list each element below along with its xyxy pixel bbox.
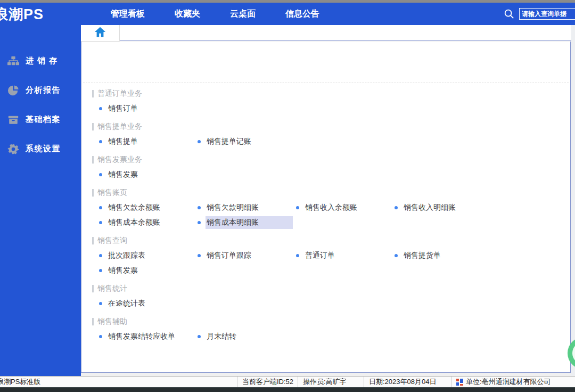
menu-item-label: 批次跟踪表 xyxy=(107,249,146,262)
menu-row: 销售成本余额账销售成本明细账 xyxy=(83,215,569,230)
menu-item[interactable]: 销售发票 xyxy=(99,264,198,277)
tab-home[interactable] xyxy=(81,25,120,42)
bullet-icon xyxy=(198,221,201,224)
menu-section-title: 销售账页 xyxy=(97,188,127,198)
bullet-icon xyxy=(296,206,299,209)
menu-item-label: 销售提单 xyxy=(107,135,139,148)
menu: 普通订单业务销售订单销售提单业务销售提单销售提单记账销售发票业务销售发票销售账页… xyxy=(83,83,569,344)
menu-section-header: 普通订单业务 xyxy=(83,86,569,101)
menu-item-label: 销售提单记账 xyxy=(206,135,252,148)
menu-section-title: 销售统计 xyxy=(97,284,127,293)
archive-icon xyxy=(6,113,20,126)
bullet-icon xyxy=(99,107,102,110)
company-icon xyxy=(456,379,463,386)
bullet-icon xyxy=(99,173,102,176)
app-logo: 浪潮PS xyxy=(0,5,44,24)
search-area xyxy=(503,3,575,25)
menu-row: 销售欠款余额账销售欠款明细账销售收入余额账销售收入明细账 xyxy=(83,200,569,215)
home-icon xyxy=(94,26,106,40)
menu-row: 销售提单销售提单记账 xyxy=(83,134,569,149)
bullet-icon xyxy=(99,221,102,224)
sidebar-item-label: 系统设置 xyxy=(26,144,61,154)
menu-row: 销售发票 xyxy=(83,263,569,278)
menu-item[interactable]: 在途统计表 xyxy=(99,297,198,310)
menu-item-label: 销售收入明细账 xyxy=(402,201,457,214)
section-bar-icon xyxy=(92,237,94,244)
right-gutter xyxy=(571,25,575,376)
section-bar-icon xyxy=(92,156,94,164)
menu-item[interactable]: 销售成本余额账 xyxy=(99,216,198,229)
menu-item[interactable]: 销售订单 xyxy=(99,102,198,115)
menu-row: 销售发票结转应收单月末结转 xyxy=(83,329,569,344)
status-company: 单位:亳州通润建材有限公司 xyxy=(451,377,575,387)
sitemap-icon xyxy=(6,55,20,68)
bullet-icon xyxy=(198,335,201,338)
menu-row: 在途统计表 xyxy=(83,296,569,311)
sidebar-item[interactable]: 进 销 存 xyxy=(0,46,81,76)
menu-item[interactable]: 销售提单记账 xyxy=(198,135,296,148)
bullet-icon xyxy=(99,335,102,338)
bullet-icon xyxy=(99,254,102,257)
menu-item[interactable]: 销售欠款余额账 xyxy=(99,201,198,214)
sidebar-menu: 进 销 存分析报告基础档案系统设置 xyxy=(0,25,81,164)
nav-item-2[interactable]: 收藏夹 xyxy=(175,9,200,20)
menu-item[interactable]: 批次跟踪表 xyxy=(99,249,198,262)
menu-section-title: 销售提单业务 xyxy=(97,122,142,132)
bullet-icon xyxy=(99,206,102,209)
menu-item[interactable]: 月末结转 xyxy=(198,330,296,343)
sidebar-item[interactable]: 系统设置 xyxy=(0,134,81,164)
bullet-icon xyxy=(198,140,201,143)
status-date: 日期:2023年08月04日 xyxy=(364,377,451,387)
section-bar-icon xyxy=(92,318,94,325)
menu-item-label: 普通订单 xyxy=(304,249,336,262)
menu-item[interactable]: 销售欠款明细账 xyxy=(198,201,296,214)
status-bar: 浪潮PS标准版 当前客户端ID:52 操作员:高旷宇 日期:2023年08月04… xyxy=(0,376,575,387)
menu-row: 销售发票 xyxy=(83,167,569,182)
menu-item[interactable]: 销售收入明细账 xyxy=(395,201,493,214)
menu-item-label: 销售欠款明细账 xyxy=(206,201,260,214)
section-bar-icon xyxy=(92,123,94,130)
menu-item[interactable]: 销售提单 xyxy=(99,135,198,148)
taskbar-strip xyxy=(0,387,575,392)
nav-item-1[interactable]: 管理看板 xyxy=(111,9,145,20)
search-input[interactable] xyxy=(519,8,575,20)
bullet-icon xyxy=(99,269,102,272)
sidebar-item-label: 进 销 存 xyxy=(26,56,58,66)
nav-item-3[interactable]: 云桌面 xyxy=(230,9,256,20)
menu-item[interactable]: 销售订单跟踪 xyxy=(198,249,296,262)
menu-section-header: 销售账页 xyxy=(83,185,569,200)
pie-chart-icon xyxy=(6,84,20,97)
menu-section-title: 销售辅助 xyxy=(97,317,127,326)
search-icon[interactable] xyxy=(503,8,515,20)
section-bar-icon xyxy=(92,189,94,197)
bullet-icon xyxy=(395,206,398,209)
topbar-nav: 管理看板收藏夹云桌面信息公告 xyxy=(111,3,349,25)
status-client-id: 当前客户端ID:52 xyxy=(237,377,298,387)
menu-item-label: 销售欠款余额账 xyxy=(107,201,161,214)
menu-item[interactable]: 销售提货单 xyxy=(395,249,493,262)
bullet-icon xyxy=(395,254,398,257)
sidebar-item[interactable]: 基础档案 xyxy=(0,105,81,134)
menu-row: 批次跟踪表销售订单跟踪普通订单销售提货单 xyxy=(83,248,569,263)
gear-icon xyxy=(6,143,20,156)
menu-item[interactable]: 销售成本明细账 xyxy=(198,216,296,229)
menu-item-label: 销售订单跟踪 xyxy=(206,249,252,262)
menu-item[interactable]: 销售发票 xyxy=(99,168,198,181)
menu-section-header: 销售提单业务 xyxy=(83,119,569,134)
sidebar-item-label: 基础档案 xyxy=(26,115,61,125)
menu-item-label: 销售发票 xyxy=(107,264,139,277)
menu-item[interactable]: 销售发票结转应收单 xyxy=(99,330,198,343)
status-operator: 操作员:高旷宇 xyxy=(298,377,364,387)
menu-item-label: 销售订单 xyxy=(107,102,139,115)
tab-strip xyxy=(81,25,575,41)
menu-section-title: 销售查询 xyxy=(97,236,127,246)
menu-item[interactable]: 销售收入余额账 xyxy=(296,201,395,214)
nav-item-4[interactable]: 信息公告 xyxy=(285,9,319,20)
section-bar-icon xyxy=(92,285,94,292)
menu-section-header: 销售辅助 xyxy=(83,314,569,329)
sidebar-item[interactable]: 分析报告 xyxy=(0,76,81,105)
menu-section-header: 销售查询 xyxy=(83,233,569,248)
menu-section-title: 普通订单业务 xyxy=(97,89,142,99)
menu-item[interactable]: 普通订单 xyxy=(296,249,395,262)
menu-item-label: 销售提货单 xyxy=(402,249,442,262)
